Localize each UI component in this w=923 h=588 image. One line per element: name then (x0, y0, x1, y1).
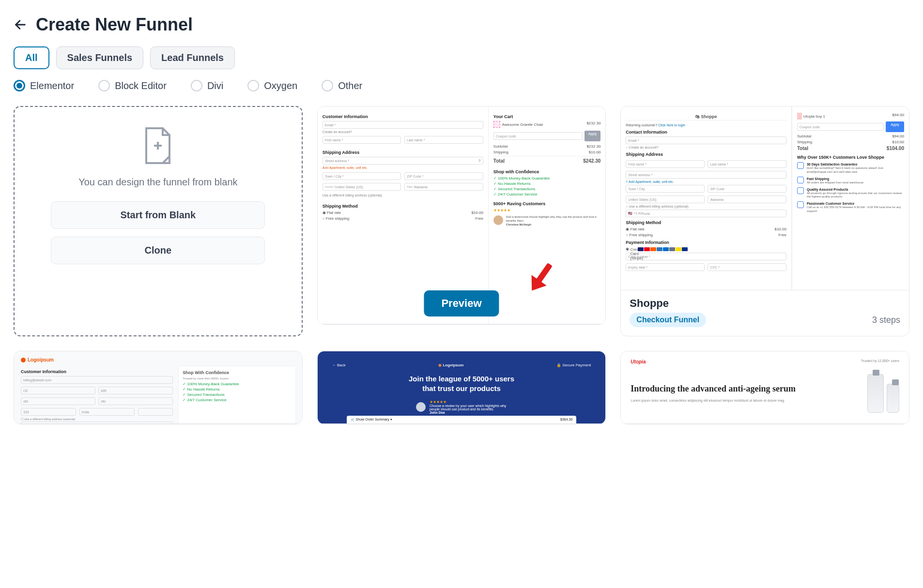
blank-funnel-card: You can design the funnel from blank Sta… (14, 106, 303, 336)
radio-block-editor[interactable]: Block Editor (98, 80, 167, 91)
builder-radios: Elementor Block Editor Divi Oxygen Other (14, 80, 909, 91)
start-from-blank-button[interactable]: Start from Blank (51, 201, 265, 229)
template-card-shoppe[interactable]: 🛍 Shoppe Returning customer? Click here … (620, 106, 909, 336)
label: Customer Information (323, 114, 483, 119)
blank-caption: You can design the funnel from blank (78, 177, 237, 188)
preview-button[interactable]: Preview (424, 290, 499, 317)
funnel-type-badge: Checkout Funnel (630, 313, 706, 327)
category-all[interactable]: All (14, 46, 49, 69)
category-lead[interactable]: Lead Funnels (150, 46, 235, 69)
radio-other[interactable]: Other (322, 80, 362, 91)
clone-button[interactable]: Clone (51, 237, 265, 264)
blank-document-icon (143, 126, 172, 165)
steps-count: 3 steps (872, 315, 900, 325)
template-card-utopia[interactable]: UtopiaTrusted by 12,000+ users Introduci… (620, 351, 909, 424)
template-card-logoipsum-checkout[interactable]: Logoipsum Customer Information billing@w… (14, 351, 303, 424)
category-tabs: All Sales Funnels Lead Funnels (14, 46, 909, 69)
radio-oxygen[interactable]: Oxygen (247, 80, 297, 91)
template-card-logoipsum-blue[interactable]: ← Back◉ Logoipsum🔒 Secure Payment Join t… (317, 351, 606, 424)
template-title: Shoppe (630, 297, 900, 310)
radio-divi[interactable]: Divi (191, 80, 223, 91)
category-sales[interactable]: Sales Funnels (56, 46, 144, 69)
page-title: Create New Funnel (36, 15, 193, 35)
template-card-1[interactable]: Customer Information Email * Create an a… (317, 106, 606, 325)
radio-elementor[interactable]: Elementor (14, 80, 74, 91)
back-icon[interactable] (14, 18, 27, 31)
